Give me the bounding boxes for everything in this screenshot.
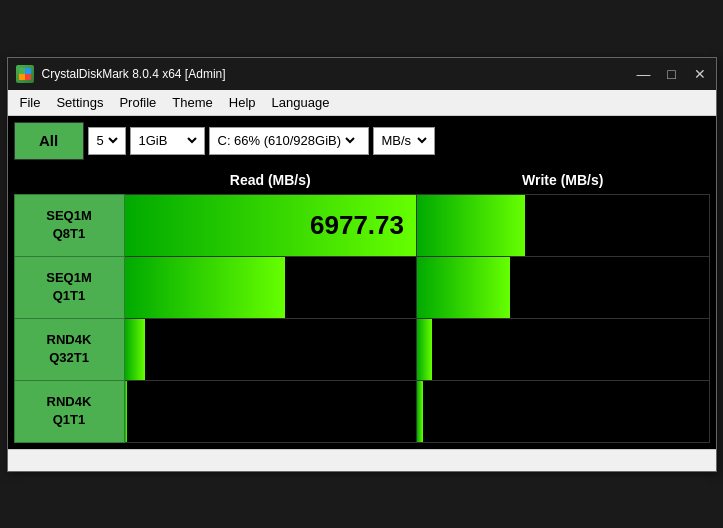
col-header-label: [14, 166, 124, 195]
read-value-2: 466.36: [124, 318, 417, 380]
window-title: CrystalDiskMark 8.0.4 x64 [Admin]: [42, 67, 636, 81]
svg-rect-1: [25, 68, 31, 74]
table-row: SEQ1MQ8T16977.732585.67: [14, 194, 709, 256]
read-value-0: 6977.73: [124, 194, 417, 256]
menu-file[interactable]: File: [12, 93, 49, 112]
application-window: CrystalDiskMark 8.0.4 x64 [Admin] — □ ✕ …: [7, 57, 717, 472]
drive-select[interactable]: C: 66% (610/928GiB): [214, 132, 358, 149]
svg-rect-0: [19, 68, 25, 74]
row-label-1: SEQ1MQ1T1: [14, 256, 124, 318]
status-bar: [8, 449, 716, 471]
count-dropdown[interactable]: 5 1 3 9: [88, 127, 126, 155]
app-icon: [16, 65, 34, 83]
menu-theme[interactable]: Theme: [164, 93, 220, 112]
menubar: File Settings Profile Theme Help Languag…: [8, 90, 716, 116]
menu-language[interactable]: Language: [264, 93, 338, 112]
count-select[interactable]: 5 1 3 9: [93, 132, 121, 149]
close-button[interactable]: ✕: [692, 66, 708, 82]
write-value-0: 2585.67: [417, 194, 710, 256]
read-value-3: 58.34: [124, 380, 417, 442]
read-value-1: 3824.07: [124, 256, 417, 318]
unit-select[interactable]: MB/s GB/s IOPS μs: [378, 132, 430, 149]
menu-profile[interactable]: Profile: [111, 93, 164, 112]
table-row: SEQ1MQ1T13824.072215.54: [14, 256, 709, 318]
row-label-2: RND4KQ32T1: [14, 318, 124, 380]
titlebar: CrystalDiskMark 8.0.4 x64 [Admin] — □ ✕: [8, 58, 716, 90]
results-table: Read (MB/s) Write (MB/s) SEQ1MQ8T16977.7…: [14, 166, 710, 443]
all-button[interactable]: All: [14, 122, 84, 160]
table-row: RND4KQ32T1466.36383.10: [14, 318, 709, 380]
write-value-2: 383.10: [417, 318, 710, 380]
maximize-button[interactable]: □: [664, 66, 680, 82]
svg-rect-2: [19, 74, 25, 80]
window-controls: — □ ✕: [636, 66, 708, 82]
menu-settings[interactable]: Settings: [48, 93, 111, 112]
table-row: RND4KQ1T158.34108.59: [14, 380, 709, 442]
size-select[interactable]: 1GiB 512MiB 256MiB 2GiB 4GiB 8GiB 16GiB …: [135, 132, 200, 149]
unit-dropdown[interactable]: MB/s GB/s IOPS μs: [373, 127, 435, 155]
drive-dropdown[interactable]: C: 66% (610/928GiB): [209, 127, 369, 155]
row-label-0: SEQ1MQ8T1: [14, 194, 124, 256]
write-value-3: 108.59: [417, 380, 710, 442]
toolbar: All 5 1 3 9 1GiB 512MiB 256MiB 2GiB 4GiB…: [14, 122, 710, 160]
content-area: All 5 1 3 9 1GiB 512MiB 256MiB 2GiB 4GiB…: [8, 116, 716, 449]
col-header-read: Read (MB/s): [124, 166, 417, 195]
svg-rect-3: [25, 74, 31, 80]
menu-help[interactable]: Help: [221, 93, 264, 112]
col-header-write: Write (MB/s): [417, 166, 710, 195]
write-value-1: 2215.54: [417, 256, 710, 318]
minimize-button[interactable]: —: [636, 66, 652, 82]
size-dropdown[interactable]: 1GiB 512MiB 256MiB 2GiB 4GiB 8GiB 16GiB …: [130, 127, 205, 155]
row-label-3: RND4KQ1T1: [14, 380, 124, 442]
